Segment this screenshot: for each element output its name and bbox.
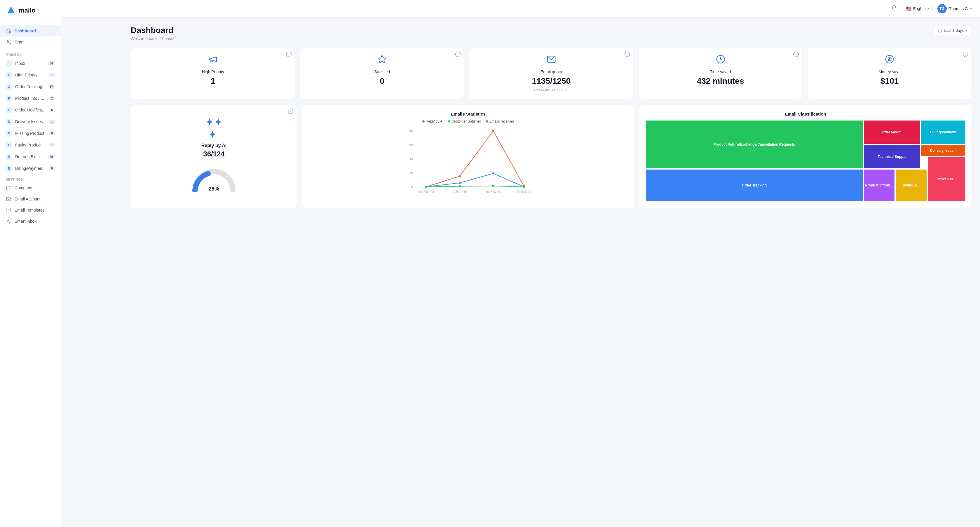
logo-text: mailo xyxy=(19,7,35,14)
user-name: Thomas G xyxy=(949,6,968,11)
stat-card-money-save: i Money save $101 xyxy=(807,48,972,99)
svg-text:60: 60 xyxy=(409,143,413,146)
sidebar-item-email-account[interactable]: Email Account xyxy=(0,193,61,205)
page-title: Dashboard xyxy=(131,25,177,35)
logo: mailo xyxy=(0,0,61,21)
stat-label-time-saved: Time saved xyxy=(710,70,731,74)
chart-svg: 80 60 40 20 0 2025-02-08 2025-02-09 2025… xyxy=(308,128,628,195)
sidebar-item-label-inbox: Inbox xyxy=(15,61,45,66)
sidebar-item-high-priority[interactable]: H High Priority 1 xyxy=(0,69,61,81)
date-filter-chevron: ▾ xyxy=(966,29,967,32)
sidebar-item-label-team: Team xyxy=(14,40,55,45)
stat-info-icon-high-priority[interactable]: i xyxy=(286,52,291,57)
legend-item: Customer Satisfied xyxy=(448,119,481,123)
stat-value-time-saved: 432 minutes xyxy=(697,76,744,86)
sidebar-badge-order-tracking: 17 xyxy=(48,84,55,89)
star-stat-icon xyxy=(377,54,387,66)
notification-bell[interactable] xyxy=(891,5,897,12)
sidebar-item-company[interactable]: Company xyxy=(0,182,61,193)
svg-point-39 xyxy=(492,185,495,187)
stat-label-high-priority: High Priority xyxy=(202,70,224,74)
delivery-issues-icon: D xyxy=(6,118,12,125)
chart-legend: Reply by AICustomer SatisfiedEmails rece… xyxy=(308,119,628,123)
sidebar-item-faulty-product[interactable]: F Faulty Product 1 xyxy=(0,139,61,151)
faulty-product-icon: F xyxy=(6,142,12,148)
inbox-icon: I xyxy=(6,60,12,67)
stat-info-icon-time-saved[interactable]: i xyxy=(794,52,799,57)
header: 🇺🇸 English ▾ TG Thomas G ▾ xyxy=(61,0,980,18)
ai-reply-card: i ✦✦ ✦ Reply by AI 36/124 29% xyxy=(131,105,297,209)
returns-icon: R xyxy=(6,153,12,160)
sidebar-item-label-faulty-product: Faulty Product xyxy=(15,143,46,147)
date-filter-label: Last 7 days xyxy=(944,28,964,33)
svg-point-2 xyxy=(7,40,9,42)
sidebar-item-delivery-issues[interactable]: D Delivery Issues 1 xyxy=(0,116,61,127)
stat-value-email-quota: 1135/1250 xyxy=(532,76,571,86)
order-tracking-icon: O xyxy=(6,83,12,90)
page-subtitle: Welcome back, Thomas ! xyxy=(131,36,177,41)
svg-text:2025-02-11: 2025-02-11 xyxy=(516,190,532,193)
bottom-row: i ✦✦ ✦ Reply by AI 36/124 29% Emails Sta… xyxy=(131,105,972,209)
treemap-cell: Order Tracking xyxy=(645,169,863,202)
sidebar-badge-billing: 5 xyxy=(49,166,55,170)
sidebar-item-smart-inbox[interactable]: Smart Inbox xyxy=(0,216,61,227)
gauge-chart: 29% xyxy=(191,166,237,192)
treemap-cell: Technical Supp... xyxy=(863,145,921,169)
legend-item: Reply by AI xyxy=(422,119,444,123)
chart-area: 80 60 40 20 0 2025-02-08 2025-02-09 2025… xyxy=(308,128,628,195)
sidebar-item-billing[interactable]: B Billing/Paymen... 5 xyxy=(0,162,61,174)
svg-rect-4 xyxy=(7,197,11,201)
sidebar-badge-inbox: 86 xyxy=(48,61,55,65)
sidebar-badge-high-priority: 1 xyxy=(49,73,55,77)
treemap-cell: Billing/A... xyxy=(895,169,927,202)
stat-value-money-save: $101 xyxy=(880,76,899,86)
sidebar-item-label-billing: Billing/Paymen... xyxy=(15,166,46,171)
sidebar-item-product-info[interactable]: P Product Info / A... 2 xyxy=(0,92,61,104)
svg-point-34 xyxy=(458,182,461,184)
treemap-cell: Delivery Issue... xyxy=(921,145,966,157)
stat-sub-email-quota: Renewal : 08/03/2025 xyxy=(535,88,568,92)
sidebar-item-missing-product[interactable]: M Missing Product 0 xyxy=(0,127,61,139)
stat-info-icon-email-quota[interactable]: i xyxy=(625,52,630,57)
svg-point-30 xyxy=(458,175,461,177)
sidebar-item-order-tracking[interactable]: O Order Tracking 17 xyxy=(0,81,61,92)
user-menu[interactable]: TG Thomas G ▾ xyxy=(937,4,972,13)
stat-label-email-quota: Email quota xyxy=(541,70,562,74)
chevron-down-icon: ▾ xyxy=(928,7,929,10)
svg-point-38 xyxy=(458,185,461,188)
sidebar-item-order-modification[interactable]: O Order Modifica... 6 xyxy=(0,104,61,116)
chart-title: Emails Statistics xyxy=(308,111,628,116)
language-selector[interactable]: 🇺🇸 English ▾ xyxy=(902,4,933,13)
smart-inbox-icon xyxy=(6,218,12,224)
ai-info-icon[interactable]: i xyxy=(288,108,293,114)
svg-text:80: 80 xyxy=(409,129,413,132)
sidebar-item-inbox[interactable]: I Inbox 86 xyxy=(0,57,61,69)
sidebar-item-email-templates[interactable]: Email Templates xyxy=(0,205,61,216)
treemap-title: Email Classification xyxy=(645,111,966,116)
date-filter[interactable]: Last 7 days ▾ xyxy=(934,25,972,35)
home-icon xyxy=(6,28,12,34)
templates-icon xyxy=(6,207,12,213)
stat-card-high-priority: i High Priority 1 xyxy=(131,48,295,99)
sidebar-item-dashboard[interactable]: Dashboard xyxy=(0,25,61,37)
settings-nav: Company Email Account Email Templates xyxy=(0,182,61,227)
svg-text:20: 20 xyxy=(409,171,413,175)
sidebar-item-team[interactable]: Team xyxy=(0,37,61,48)
sidebar-item-label-company: Company xyxy=(14,186,55,190)
page-header: Dashboard Welcome back, Thomas ! Last 7 … xyxy=(131,25,972,41)
stat-card-email-quota: i Email quota 1135/1250 Renewal : 08/03/… xyxy=(469,48,633,99)
sidebar-badge-faulty-product: 1 xyxy=(49,143,55,147)
sidebar-badge-returns: 25 xyxy=(48,154,55,159)
stat-value-satisfied: 0 xyxy=(380,76,385,86)
sidebar-badge-missing-product: 0 xyxy=(49,131,55,135)
sidebar-badge-order-modification: 6 xyxy=(49,108,55,112)
lang-label: English xyxy=(913,6,926,11)
order-modification-icon: O xyxy=(6,107,12,113)
sidebar-item-label-email-account: Email Account xyxy=(14,197,55,201)
legend-item: Emails received xyxy=(486,119,514,123)
stat-info-icon-satisfied[interactable]: i xyxy=(455,52,461,57)
sidebar-item-returns[interactable]: R Returns/Excha... 25 xyxy=(0,151,61,162)
stat-info-icon-money-save[interactable]: i xyxy=(963,52,968,57)
stat-label-money-save: Money save xyxy=(878,70,900,74)
svg-marker-10 xyxy=(378,56,386,63)
